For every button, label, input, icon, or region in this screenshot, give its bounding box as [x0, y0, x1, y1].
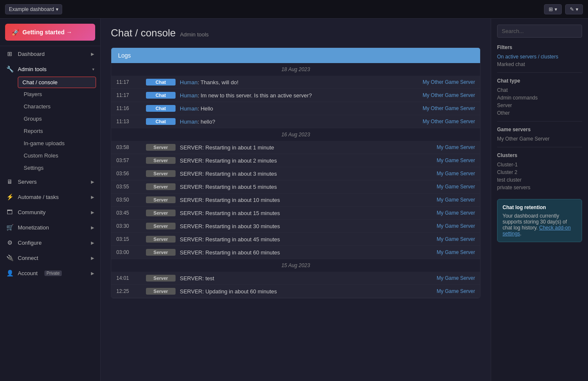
- table-row: 12:25 Server SERVER: Updating in about 6…: [111, 285, 480, 298]
- server-link[interactable]: My Game Server: [399, 236, 475, 242]
- server-link[interactable]: My Other Game Server: [399, 119, 475, 124]
- topbar: Example dashboard ▾ ⊞ ▾ ✎ ▾: [0, 0, 588, 19]
- sidebar-item-servers[interactable]: 🖥 Servers ▶: [0, 174, 100, 189]
- sidebar-item-settings[interactable]: Settings: [18, 162, 100, 174]
- log-time: 11:17: [116, 79, 142, 85]
- sidebar-label-configure: Configure: [18, 240, 41, 246]
- server-link[interactable]: My Game Server: [399, 171, 475, 177]
- human-link[interactable]: Human: [180, 119, 198, 125]
- server-link[interactable]: My Game Server: [399, 275, 475, 281]
- filters-title: Filters: [497, 44, 582, 50]
- log-time: 03:57: [116, 157, 142, 163]
- server-link[interactable]: My Game Server: [399, 223, 475, 229]
- chat-badge: Chat: [146, 92, 176, 99]
- table-row: 03:45 Server SERVER: Restarting in about…: [111, 207, 480, 220]
- grid-dropdown: ▾: [555, 6, 557, 12]
- sidebar-item-community[interactable]: 🗔 Community ▶: [0, 204, 100, 220]
- server-link[interactable]: My Other Game Server: [399, 79, 475, 85]
- sidebar-item-configure[interactable]: ⚙ Configure ▶: [0, 235, 100, 250]
- log-message: Human: Thanks, will do!: [180, 79, 395, 86]
- sidebar-item-characters[interactable]: Characters: [18, 100, 100, 113]
- server-link[interactable]: My Other Game Server: [399, 105, 475, 111]
- sidebar-label-community: Community: [18, 209, 46, 215]
- search-input[interactable]: [497, 25, 582, 38]
- chat-badge: Chat: [146, 118, 176, 125]
- server-badge: Server: [146, 144, 176, 151]
- retention-title: Chat log retention: [503, 204, 577, 210]
- sidebar-item-admin-tools[interactable]: 🔧 Admin tools ▾: [0, 61, 100, 77]
- server-badge: Server: [146, 157, 176, 164]
- sidebar-item-chat-console[interactable]: Chat / console: [18, 77, 96, 88]
- logs-header: Logs: [111, 48, 480, 63]
- filter-other[interactable]: Other: [497, 110, 582, 116]
- dashboard-title: Example dashboard: [9, 6, 54, 12]
- human-link[interactable]: Human: [180, 105, 198, 112]
- page-title: Chat / console: [111, 27, 176, 39]
- log-message: SERVER: Restarting in about 2 minutes: [180, 157, 395, 164]
- retention-link[interactable]: Check add-on settings: [503, 225, 571, 237]
- rocket-icon: 🚀: [12, 29, 19, 36]
- log-time: 03:50: [116, 197, 142, 203]
- table-row: 03:58 Server SERVER: Restarting in about…: [111, 141, 480, 154]
- page-subtitle: Admin tools: [180, 31, 209, 38]
- sidebar-label-servers: Servers: [18, 179, 37, 185]
- filter-my-other-game-server[interactable]: My Other Game Server: [497, 136, 582, 142]
- sidebar-label-account: Account: [18, 270, 38, 276]
- server-link[interactable]: My Other Game Server: [399, 92, 475, 98]
- server-link[interactable]: My Game Server: [399, 197, 475, 203]
- connect-icon: 🔌: [6, 254, 14, 261]
- chevron-down-icon: ▾: [92, 67, 94, 72]
- sidebar-item-automate[interactable]: ⚡ Automate / tasks ▶: [0, 189, 100, 204]
- chevron-right-icon-6: ▶: [91, 240, 94, 245]
- filter-admin-commands[interactable]: Admin commands: [497, 95, 582, 101]
- dashboard-selector[interactable]: Example dashboard ▾: [5, 4, 62, 14]
- sidebar-item-account[interactable]: 👤 Account Private ▶: [0, 265, 100, 281]
- human-link[interactable]: Human: [180, 79, 198, 86]
- filter-active-servers[interactable]: On active servers / clusters: [497, 54, 582, 60]
- server-link[interactable]: My Game Server: [399, 288, 475, 294]
- grid-button[interactable]: ⊞ ▾: [544, 4, 562, 14]
- table-row: 03:57 Server SERVER: Restarting in about…: [111, 154, 480, 167]
- sidebar-item-connect[interactable]: 🔌 Connect ▶: [0, 250, 100, 265]
- servers-icon: 🖥: [6, 178, 14, 185]
- filter-private-servers[interactable]: private servers: [497, 185, 582, 190]
- server-badge: Server: [146, 223, 176, 229]
- sidebar-item-dashboard[interactable]: ⊞ Dashboard ▶: [0, 46, 100, 61]
- human-link[interactable]: Human: [180, 92, 198, 99]
- server-link[interactable]: My Game Server: [399, 144, 475, 150]
- filter-marked-chat[interactable]: Marked chat: [497, 61, 582, 67]
- log-message: SERVER: Restarting in about 45 minutes: [180, 236, 395, 243]
- filter-server[interactable]: Server: [497, 102, 582, 108]
- log-time: 03:55: [116, 184, 142, 190]
- table-row: 11:17 Chat Human: Thanks, will do! My Ot…: [111, 76, 480, 89]
- server-link[interactable]: My Game Server: [399, 210, 475, 216]
- sidebar-item-players[interactable]: Players: [18, 88, 100, 100]
- sidebar-item-in-game-uploads[interactable]: In-game uploads: [18, 137, 100, 149]
- chevron-right-icon-2: ▶: [91, 179, 94, 184]
- edit-button[interactable]: ✎ ▾: [565, 4, 583, 14]
- chat-type-title: Chat type: [497, 78, 582, 84]
- server-link[interactable]: My Game Server: [399, 157, 475, 163]
- server-badge: Server: [146, 210, 176, 216]
- table-row: 03:15 Server SERVER: Restarting in about…: [111, 233, 480, 246]
- server-link[interactable]: My Game Server: [399, 249, 475, 255]
- sidebar-label-admin-tools: Admin tools: [18, 66, 47, 72]
- sidebar-item-custom-roles[interactable]: Custom Roles: [18, 149, 100, 162]
- log-time: 11:13: [116, 119, 142, 124]
- filter-chat[interactable]: Chat: [497, 87, 582, 93]
- server-badge: Server: [146, 170, 176, 177]
- log-time: 03:56: [116, 171, 142, 177]
- getting-started-button[interactable]: 🚀 Getting started →: [5, 24, 95, 41]
- filter-cluster-2[interactable]: Cluster 2: [497, 169, 582, 175]
- sidebar-item-reports[interactable]: Reports: [18, 125, 100, 137]
- date-row-aug18: 18 Aug 2023: [111, 63, 480, 76]
- sidebar-item-monetization[interactable]: 🛒 Monetization ▶: [0, 220, 100, 235]
- date-row-aug15: 15 Aug 2023: [111, 259, 480, 272]
- filter-test-cluster[interactable]: test cluster: [497, 177, 582, 183]
- date-row-aug16: 16 Aug 2023: [111, 128, 480, 141]
- tools-icon: 🔧: [6, 66, 14, 72]
- filter-cluster-1[interactable]: Cluster-1: [497, 162, 582, 168]
- log-time: 03:00: [116, 249, 142, 255]
- sidebar-item-groups[interactable]: Groups: [18, 113, 100, 125]
- server-link[interactable]: My Game Server: [399, 184, 475, 190]
